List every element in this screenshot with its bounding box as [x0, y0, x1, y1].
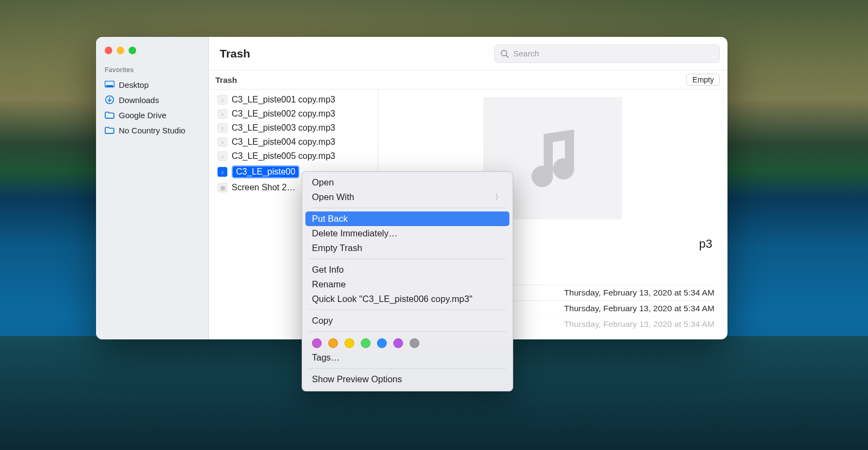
file-name: Screen Shot 2…	[232, 183, 295, 192]
sidebar-item-label: Google Drive	[119, 111, 167, 120]
sidebar-item-no-country-studio[interactable]: No Country Studio	[96, 123, 208, 138]
menu-separator	[309, 208, 506, 208]
menu-item-empty-trash[interactable]: Empty Trash	[302, 241, 513, 255]
menu-item-rename[interactable]: Rename	[302, 277, 513, 292]
location-header: Trash Empty	[209, 70, 727, 89]
menu-item-open[interactable]: Open	[302, 175, 513, 190]
tag-color-blue[interactable]	[377, 338, 387, 348]
close-window-button[interactable]	[105, 47, 112, 54]
search-field[interactable]	[494, 44, 720, 63]
tag-color-violet[interactable]	[393, 338, 403, 348]
file-name: C3_LE_piste004 copy.mp3	[232, 137, 335, 147]
chevron-right-icon: 〉	[495, 192, 503, 202]
tag-color-gray[interactable]	[410, 338, 419, 348]
menu-item-put-back[interactable]: Put Back	[305, 211, 509, 226]
menu-item-show-preview-options[interactable]: Show Preview Options	[302, 372, 513, 387]
menu-item-get-info[interactable]: Get Info	[302, 262, 513, 277]
image-file-icon: ▦	[218, 183, 227, 192]
tag-color-orange[interactable]	[328, 338, 338, 348]
list-item[interactable]: ♪ C3_LE_piste005 copy.mp3	[209, 149, 378, 163]
menu-separator	[309, 368, 506, 369]
file-name: C3_LE_piste001 copy.mp3	[232, 95, 335, 105]
file-name: C3_LE_piste00	[232, 165, 299, 178]
list-item[interactable]: ♪ C3_LE_piste002 copy.mp3	[209, 107, 378, 121]
list-item[interactable]: ♪ C3_LE_piste003 copy.mp3	[209, 121, 378, 135]
folder-icon	[105, 110, 114, 120]
menu-separator	[309, 331, 506, 332]
sidebar-item-google-drive[interactable]: Google Drive	[96, 107, 208, 123]
empty-trash-button[interactable]: Empty	[686, 74, 720, 86]
minimize-window-button[interactable]	[117, 47, 124, 54]
menu-separator	[309, 259, 506, 259]
folder-icon	[105, 125, 114, 135]
sidebar: Favorites Desktop Downloads Google Drive…	[96, 37, 209, 339]
menu-item-delete-immediately[interactable]: Delete Immediately…	[302, 226, 513, 241]
sidebar-item-label: Downloads	[119, 95, 159, 105]
desktop-icon	[105, 80, 114, 89]
zoom-window-button[interactable]	[129, 47, 136, 54]
audio-file-icon: ♪	[218, 151, 227, 161]
sidebar-section-favorites: Favorites	[96, 64, 208, 77]
menu-item-quick-look[interactable]: Quick Look "C3_LE_piste006 copy.mp3"	[302, 292, 513, 306]
sidebar-item-label: Desktop	[119, 80, 149, 89]
tag-color-yellow[interactable]	[344, 338, 354, 348]
menu-item-open-with[interactable]: Open With 〉	[302, 190, 513, 204]
audio-file-icon: ♪	[218, 137, 227, 147]
music-note-icon	[515, 120, 591, 196]
menu-item-copy[interactable]: Copy	[302, 313, 513, 328]
audio-file-icon: ♪	[218, 123, 227, 133]
tag-color-purple[interactable]	[312, 338, 322, 348]
location-label: Trash	[215, 75, 686, 85]
downloads-icon	[105, 95, 114, 105]
list-item[interactable]: ♪ C3_LE_piste001 copy.mp3	[209, 93, 378, 107]
file-name: C3_LE_piste005 copy.mp3	[232, 151, 335, 161]
sidebar-item-label: No Country Studio	[119, 126, 186, 135]
search-icon	[500, 49, 509, 58]
toolbar: Trash	[209, 37, 727, 70]
sidebar-item-downloads[interactable]: Downloads	[96, 92, 208, 107]
context-menu: Open Open With 〉 Put Back Delete Immedia…	[302, 171, 513, 391]
file-name: C3_LE_piste002 copy.mp3	[232, 109, 335, 119]
menu-separator	[309, 310, 506, 310]
audio-file-icon: ♪	[218, 109, 227, 119]
svg-line-4	[506, 55, 508, 57]
tag-color-row	[302, 335, 513, 350]
audio-file-icon: ♪	[218, 95, 227, 105]
audio-file-icon: ♪	[218, 167, 227, 177]
window-controls	[96, 43, 208, 64]
page-title: Trash	[220, 47, 250, 60]
list-item[interactable]: ♪ C3_LE_piste004 copy.mp3	[209, 135, 378, 149]
file-name: C3_LE_piste003 copy.mp3	[232, 123, 335, 133]
menu-item-tags[interactable]: Tags…	[302, 350, 513, 365]
tag-color-green[interactable]	[361, 338, 371, 348]
sidebar-item-desktop[interactable]: Desktop	[96, 77, 208, 92]
svg-rect-1	[106, 85, 113, 87]
search-input[interactable]	[513, 49, 714, 58]
